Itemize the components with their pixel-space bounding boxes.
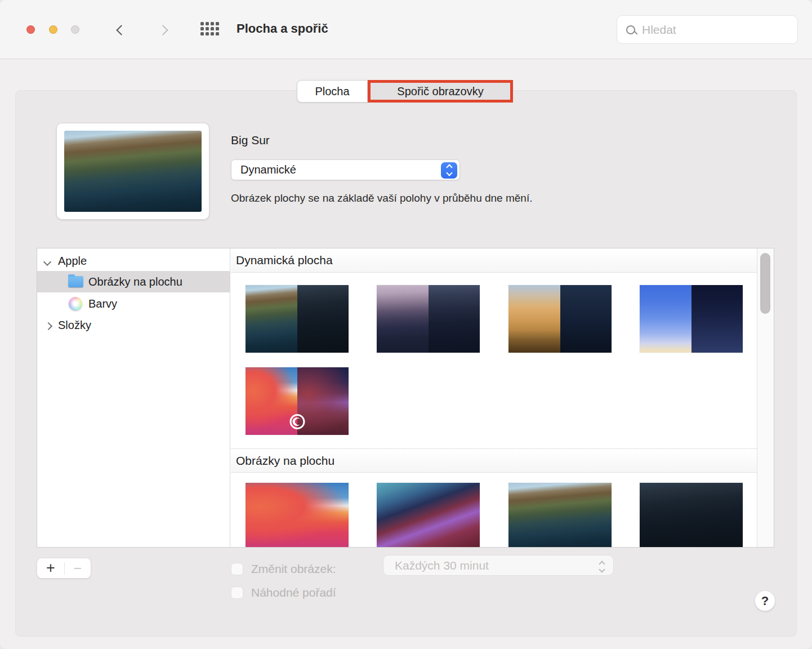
tab-screensaver-annotated[interactable]: Spořič obrazovky — [368, 80, 513, 103]
thumb-big-sur-dynamic[interactable] — [246, 285, 349, 353]
interval-value: Každých 30 minut — [383, 559, 489, 572]
color-wheel-icon — [69, 297, 82, 310]
sidebar-item-label: Barvy — [88, 297, 117, 310]
thumb-solar-gradients-dynamic[interactable] — [640, 285, 743, 353]
disclosure-right-icon[interactable] — [46, 319, 58, 332]
tab-desktop[interactable]: Plocha — [297, 80, 368, 103]
wallpaper-description: Obrázek plochy se na základě vaší polohy… — [231, 192, 533, 205]
zoom-button[interactable] — [71, 25, 79, 34]
dynamic-style-value: Dynamické — [231, 163, 296, 176]
wallpaper-preview-image — [64, 131, 202, 212]
disclosure-down-icon[interactable] — [44, 255, 58, 268]
page-title: Plocha a spořič — [237, 21, 328, 36]
sidebar-group-folders[interactable]: Složky — [37, 315, 230, 335]
section-header-dynamic-desktop: Dynamická plocha — [231, 248, 758, 273]
folder-icon — [68, 276, 83, 287]
tab-bar: Plocha Spořič obrazovky — [297, 80, 513, 103]
sidebar-group-label: Apple — [58, 255, 87, 268]
random-order-checkbox-row: Náhodné pořadí — [231, 586, 336, 599]
change-picture-checkbox[interactable] — [231, 563, 243, 575]
search-input[interactable] — [635, 23, 776, 37]
add-remove-control: + − — [37, 558, 91, 579]
random-order-label: Náhodné pořadí — [251, 586, 336, 599]
thumbnail-grid: Dynamická plocha Obrázky na plochu — [231, 248, 758, 547]
section-header-desktop-pictures: Obrázky na plochu — [231, 448, 758, 473]
desktop-and-screensaver-window: Plocha a spořič Plocha Spořič obrazovky … — [0, 0, 812, 649]
sidebar-item-label: Obrázky na plochu — [88, 275, 182, 288]
back-button[interactable] — [113, 20, 130, 39]
wallpaper-name: Big Sur — [231, 134, 270, 147]
toolbar: Plocha a spořič — [0, 0, 812, 59]
forward-button[interactable] — [154, 20, 171, 39]
popup-stepper-icon — [600, 559, 604, 572]
help-button[interactable]: ? — [755, 590, 775, 611]
thumb-big-sur-photo-night[interactable] — [640, 483, 743, 548]
search-field[interactable] — [617, 15, 798, 44]
thumb-catalina-dynamic[interactable] — [377, 285, 480, 353]
sidebar-group-apple[interactable]: Apple — [37, 251, 230, 271]
close-button[interactable] — [26, 25, 35, 34]
scrollbar-track[interactable] — [757, 248, 774, 547]
remove-folder-button[interactable]: − — [65, 559, 91, 577]
show-all-preferences-button[interactable] — [200, 22, 219, 35]
chevron-right-icon — [158, 25, 168, 35]
scrollbar-thumb[interactable] — [760, 253, 770, 314]
dynamic-style-popup[interactable]: Dynamické — [231, 159, 460, 180]
interval-popup[interactable]: Každých 30 minut — [383, 555, 614, 576]
source-sidebar: Apple Obrázky na plochu Barvy Složky — [37, 248, 230, 547]
chevron-left-icon — [116, 25, 126, 35]
thumb-mojave-dynamic[interactable] — [508, 285, 612, 353]
add-folder-button[interactable]: + — [37, 559, 64, 577]
minimize-button[interactable] — [49, 25, 57, 34]
change-picture-checkbox-row: Změnit obrázek: — [231, 562, 336, 576]
wallpaper-preview-frame — [56, 123, 209, 220]
sidebar-group-label: Složky — [58, 319, 91, 332]
thumb-big-sur-graphic-day[interactable] — [246, 483, 349, 548]
sidebar-item-colors[interactable]: Barvy — [37, 292, 230, 315]
sidebar-item-desktop-pictures[interactable]: Obrázky na plochu — [37, 271, 230, 292]
thumb-big-sur-photo-day[interactable] — [508, 483, 612, 548]
search-icon — [626, 25, 635, 34]
random-order-checkbox[interactable] — [231, 586, 243, 599]
thumb-big-sur-graphic-dynamic[interactable] — [246, 367, 349, 435]
popup-stepper-icon — [441, 162, 457, 179]
dynamic-wallpaper-badge-icon — [289, 414, 305, 429]
thumb-big-sur-graphic-night[interactable] — [377, 483, 480, 548]
change-picture-label: Změnit obrázek: — [251, 562, 336, 576]
wallpaper-browser: Apple Obrázky na plochu Barvy Složky Dyn… — [37, 248, 774, 548]
